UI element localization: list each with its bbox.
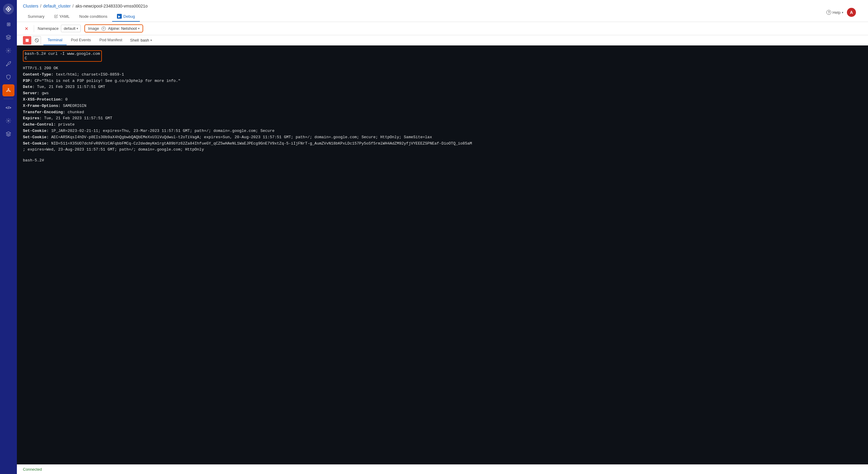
tab-yaml[interactable]: YAML xyxy=(50,12,74,22)
sub-tabs: Terminal Pod Events Pod Manifest Shell b… xyxy=(17,35,868,45)
terminal-line-6: X-XSS-Protection: 0 xyxy=(23,97,862,103)
help-chevron-icon: ▾ xyxy=(842,11,843,14)
sub-tab-pod-events[interactable]: Pod Events xyxy=(67,35,95,45)
terminal-command-highlight: bash-5.2# curl -I www.google.com C xyxy=(23,50,862,63)
sidebar-item-settings1[interactable] xyxy=(2,44,14,57)
shell-group: Shell bash ▾ xyxy=(130,38,152,42)
status-bar: Connected xyxy=(17,464,868,474)
sidebar-item-layers[interactable] xyxy=(2,128,14,140)
terminal-line-12: Set-Cookie: AEC=ARSKqsI4hDV-p8EIs30b9aX4… xyxy=(23,134,862,141)
tab-summary[interactable]: Summary xyxy=(23,12,50,22)
sidebar-item-cube[interactable] xyxy=(2,31,14,43)
terminal-prompt: bash-5.2# xyxy=(23,158,862,164)
sidebar-divider xyxy=(4,99,13,99)
image-value: Alpine: Netshoot xyxy=(108,26,137,31)
toolbar: Namespace default ▾ Image ? Alpine: Nets… xyxy=(17,22,868,35)
sidebar-item-code[interactable]: </> xyxy=(2,101,14,113)
header: Clusters / default_cluster / aks-newcipo… xyxy=(17,0,868,22)
terminal-line-7: X-Frame-Options: SAMEORIGIN xyxy=(23,103,862,109)
close-button[interactable] xyxy=(23,25,30,32)
svg-point-3 xyxy=(8,90,9,91)
svg-point-1 xyxy=(7,8,9,10)
svg-line-15 xyxy=(36,39,38,41)
edit-icon xyxy=(54,14,58,18)
breadcrumb-sep1: / xyxy=(40,4,41,8)
terminal-line-3: P3P: CP="This is not a P3P policy! See g… xyxy=(23,78,862,84)
breadcrumb-sep2: / xyxy=(72,4,73,8)
terminal-line-13: Set-Cookie: NID=511=X35UO7dchFvR0VVzCAFq… xyxy=(23,141,862,153)
cancel-icon xyxy=(35,38,39,42)
svg-point-2 xyxy=(8,50,9,52)
terminal-container[interactable]: bash-5.2# curl -I www.google.com C HTTP/… xyxy=(17,45,868,464)
nav-tabs: Summary YAML Node conditions ▶ Debug xyxy=(23,11,862,22)
sidebar-item-nodes[interactable] xyxy=(2,84,14,96)
cancel-button[interactable] xyxy=(33,36,41,44)
breadcrumb-clusters[interactable]: Clusters xyxy=(23,4,38,8)
image-group: Image ? Alpine: Netshoot ▾ xyxy=(84,24,143,33)
image-label: Image xyxy=(88,26,99,31)
svg-point-10 xyxy=(8,120,9,122)
header-top: Clusters / default_cluster / aks-newcipo… xyxy=(23,4,862,22)
debug-icon: ▶ xyxy=(117,14,122,19)
user-avatar[interactable]: A xyxy=(847,8,856,17)
stop-button[interactable] xyxy=(23,36,31,44)
help-label: Help xyxy=(832,10,841,15)
sub-tab-pod-manifest[interactable]: Pod Manifest xyxy=(95,35,127,45)
help-button[interactable]: ? Help ▾ xyxy=(827,10,843,15)
namespace-value: default xyxy=(64,26,75,31)
terminal-line-2: Content-Type: text/html; charset=ISO-885… xyxy=(23,72,862,78)
close-icon xyxy=(24,26,29,31)
terminal-highlight-box: bash-5.2# curl -I www.google.com C xyxy=(23,50,102,62)
terminal-line-10: Cache-Control: private xyxy=(23,122,862,128)
shell-chevron-icon: ▾ xyxy=(150,39,152,42)
terminal-line-5: Server: gws xyxy=(23,90,862,97)
image-chevron-icon: ▾ xyxy=(138,27,140,30)
terminal-line-1: HTTP/1.1 200 OK xyxy=(23,65,862,72)
breadcrumb-node: aks-newcipool-23483330-vmss00021o xyxy=(75,4,148,8)
sidebar-item-settings2[interactable] xyxy=(2,115,14,127)
terminal-line-11: Set-Cookie: 1P_JAR=2023-02-21-11; expire… xyxy=(23,128,862,134)
shell-select[interactable]: bash ▾ xyxy=(141,38,152,42)
main-content: Clusters / default_cluster / aks-newcipo… xyxy=(17,0,868,474)
namespace-group: Namespace default ▾ xyxy=(38,25,81,32)
terminal-line-8: Transfer-Encoding: chunked xyxy=(23,109,862,116)
toolbar-divider xyxy=(34,25,34,32)
tab-node-conditions[interactable]: Node conditions xyxy=(74,12,112,22)
svg-point-6 xyxy=(6,91,7,92)
image-select[interactable]: Alpine: Netshoot ▾ xyxy=(108,26,140,31)
namespace-label: Namespace xyxy=(38,26,59,31)
shell-value: bash xyxy=(141,38,149,42)
svg-point-5 xyxy=(10,91,10,92)
image-info-icon[interactable]: ? xyxy=(101,27,106,31)
help-icon: ? xyxy=(827,10,831,15)
sidebar-item-shield[interactable] xyxy=(2,71,14,83)
sidebar-item-rocket[interactable] xyxy=(2,58,14,70)
breadcrumb: Clusters / default_cluster / aks-newcipo… xyxy=(23,4,862,8)
tab-debug[interactable]: ▶ Debug xyxy=(112,11,140,22)
namespace-select[interactable]: default ▾ xyxy=(61,25,81,32)
sub-tab-terminal[interactable]: Terminal xyxy=(43,35,67,45)
terminal-line-9: Expires: Tue, 21 Feb 2023 11:57:51 GMT xyxy=(23,115,862,122)
connected-status: Connected xyxy=(23,467,42,472)
top-right-actions: ? Help ▾ A xyxy=(827,8,856,17)
terminal-line-4: Date: Tue, 21 Feb 2023 11:57:51 GMT xyxy=(23,84,862,90)
sidebar: ⊞ </> xyxy=(0,0,17,474)
svg-marker-11 xyxy=(6,132,11,134)
breadcrumb-default-cluster[interactable]: default_cluster xyxy=(43,4,70,8)
stop-icon xyxy=(26,39,29,42)
app-logo[interactable] xyxy=(3,4,14,14)
sidebar-item-grid[interactable]: ⊞ xyxy=(2,18,14,30)
svg-point-4 xyxy=(8,88,9,89)
shell-label: Shell xyxy=(130,38,139,42)
namespace-chevron-icon: ▾ xyxy=(76,27,78,30)
